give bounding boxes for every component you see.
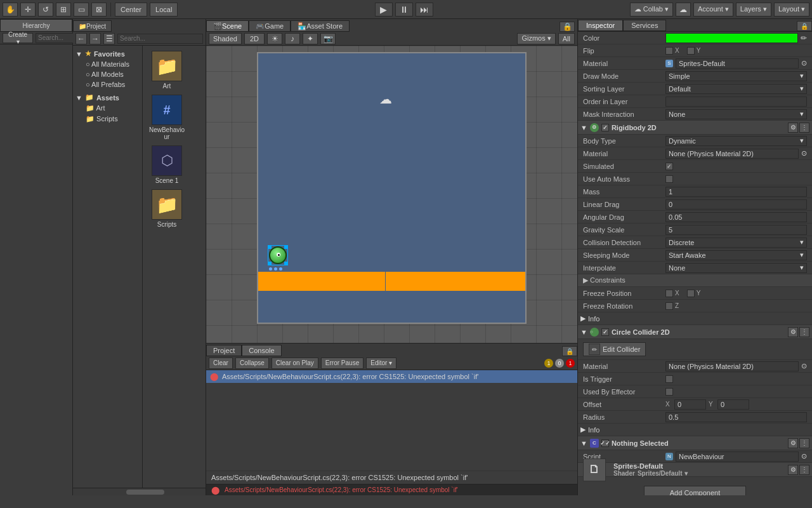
asset-forward-btn[interactable]: → [89, 33, 101, 44]
script-dropdown[interactable]: NewBehaviour [676, 451, 799, 462]
rb-material-dropdown[interactable]: None (Physics Material 2D) [665, 149, 799, 159]
scripts-item[interactable]: 📁 Scripts [75, 114, 140, 124]
editor-btn[interactable]: Editor ▾ [366, 358, 396, 369]
use-auto-mass-checkbox[interactable] [665, 175, 673, 183]
console-error-row[interactable]: ⬤ Assets/Scripts/NewBehaviourScript.cs(2… [206, 370, 577, 383]
edit-collider-btn[interactable]: ✏ Edit Collider [583, 342, 646, 356]
cc-material-dropdown[interactable]: None (Physics Material 2D) [665, 361, 799, 371]
is-trigger-checkbox[interactable] [665, 375, 673, 383]
cc-material-dot-btn[interactable]: ⊙ [801, 362, 807, 370]
game-tab[interactable]: 🎮 Game [249, 20, 291, 32]
services-tab[interactable]: Services [623, 20, 666, 31]
fx-btn[interactable]: ✦ [303, 33, 318, 44]
cc-menu-btn[interactable]: ⋮ [799, 327, 809, 337]
pause-btn[interactable]: ⏸ [395, 3, 413, 17]
flip-x-checkbox[interactable] [665, 47, 673, 55]
scale-tool-btn[interactable]: ⊞ [56, 3, 71, 17]
mass-field[interactable] [665, 187, 807, 197]
create-btn[interactable]: Create ▾ [3, 33, 33, 43]
audio-btn[interactable]: ♪ [285, 33, 300, 44]
interpolate-dropdown[interactable]: None ▾ [665, 263, 807, 273]
all-prefabs-item[interactable]: ○ All Prefabs [75, 79, 140, 90]
assets-header[interactable]: ▼ 📁 Assets [75, 92, 140, 103]
cc-settings-btn[interactable]: ⚙ [788, 327, 798, 337]
rigidbody-section-header[interactable]: ▼ ⚙ ✓ Rigidbody 2D ⚙ ⋮ [578, 121, 812, 135]
body-type-dropdown[interactable]: Dynamic ▾ [665, 136, 807, 146]
used-by-effector-checkbox[interactable] [665, 388, 673, 396]
scene-camera-btn[interactable]: 📷 [320, 33, 336, 44]
ns-settings-btn[interactable]: ⚙ [788, 438, 798, 448]
lighting-btn[interactable]: ☀ [267, 33, 282, 44]
rect-tool-btn[interactable]: ▭ [74, 3, 89, 17]
scene-lock-btn[interactable]: 🔒 [560, 22, 575, 32]
collab-btn[interactable]: ☁ Collab ▾ [630, 3, 673, 17]
rb-info-section[interactable]: ▶ Info [578, 312, 812, 325]
handle-tl[interactable] [268, 245, 272, 249]
inspector-lock-btn[interactable]: 🔒 [797, 21, 812, 31]
inspector-tab[interactable]: Inspector [578, 20, 623, 31]
shaded-btn[interactable]: Shaded [209, 33, 242, 44]
mask-interaction-dropdown[interactable]: None ▾ [665, 109, 807, 119]
rb-material-dot-btn[interactable]: ⊙ [801, 149, 807, 157]
console-lock-btn[interactable]: 🔒 [562, 346, 577, 356]
step-btn[interactable]: ⏭ [416, 3, 433, 17]
newbehaviour-asset[interactable]: # NewBehaviour [148, 95, 186, 140]
layers-btn[interactable]: Layers ▾ [736, 3, 771, 17]
local-btn[interactable]: Local [150, 3, 178, 17]
sleeping-mode-dropdown[interactable]: Start Awake ▾ [665, 250, 807, 260]
freeze-x-checkbox[interactable] [665, 290, 673, 297]
nothing-selected-header[interactable]: ▼ C ✓ Nothing Selected ⚙ ⋮ [578, 436, 812, 450]
simulated-checkbox[interactable] [665, 163, 673, 170]
cc-checkbox[interactable]: ✓ [601, 328, 609, 336]
asset-search[interactable] [117, 34, 203, 44]
handle-br[interactable] [284, 262, 288, 265]
rotate-tool-btn[interactable]: ↺ [38, 3, 53, 17]
scene-view[interactable]: ☁ [206, 46, 577, 343]
radius-field[interactable] [665, 412, 807, 422]
circle-collider-section-header[interactable]: ▼ ○ ✓ Circle Collider 2D ⚙ ⋮ [578, 325, 812, 339]
handle-bl[interactable] [268, 262, 272, 265]
gizmos-btn[interactable]: Gizmos ▾ [517, 33, 555, 44]
offset-x-field[interactable] [674, 399, 706, 410]
script-dot-btn[interactable]: ⊙ [801, 452, 807, 460]
constraints-row[interactable]: ▶ Constraints [578, 274, 812, 287]
account-btn[interactable]: Account ▾ [693, 3, 733, 17]
add-component-btn[interactable]: Add Component [644, 486, 747, 495]
draw-mode-dropdown[interactable]: Simple ▾ [665, 71, 807, 81]
all-materials-item[interactable]: ○ All Materials [75, 59, 140, 69]
scripts-asset[interactable]: 📁 Scripts [148, 189, 186, 228]
offset-y-field[interactable] [717, 399, 749, 410]
sorting-layer-dropdown[interactable]: Default ▾ [665, 84, 807, 94]
favorites-header[interactable]: ▼ ★ Favorites [75, 48, 140, 59]
all-btn[interactable]: All [558, 33, 575, 44]
all-models-item[interactable]: ○ All Models [75, 69, 140, 79]
console-tab[interactable]: Console [242, 345, 281, 356]
play-btn[interactable]: ▶ [375, 3, 393, 17]
clear-on-play-btn[interactable]: Clear on Play [272, 358, 318, 369]
asset-menu-btn[interactable]: ☰ [103, 33, 115, 44]
cloud-btn[interactable]: ☁ [676, 3, 691, 17]
ns-menu-btn[interactable]: ⋮ [799, 438, 809, 448]
handle-tr[interactable] [284, 245, 288, 249]
gravity-scale-field[interactable] [665, 225, 807, 235]
hand-tool-btn[interactable]: ✋ [3, 3, 18, 17]
sprites-settings-btn[interactable]: ⚙ [788, 465, 798, 475]
material-dot-btn[interactable]: ⊙ [801, 59, 807, 67]
project-tab[interactable]: 📁 Project [73, 20, 112, 32]
art-item[interactable]: 📁 Art [75, 103, 140, 114]
hierarchy-tab[interactable]: Hierarchy [0, 19, 72, 32]
rigidbody-settings-btn[interactable]: ⚙ [788, 123, 798, 133]
scene-tab[interactable]: 🎬 Scene [206, 20, 249, 32]
error-pause-btn[interactable]: Error Pause [321, 358, 363, 369]
sprites-menu-btn[interactable]: ⋮ [799, 465, 809, 475]
transform-tool-btn[interactable]: ⊠ [91, 3, 107, 17]
scene1-asset[interactable]: ⬡ Scene 1 [148, 145, 186, 184]
asset-scroll-thumb[interactable] [126, 490, 164, 495]
platform-1[interactable] [258, 272, 385, 291]
art-asset[interactable]: 📁 Art [148, 51, 186, 90]
platform-2[interactable] [386, 272, 525, 291]
rigidbody-menu-btn[interactable]: ⋮ [799, 123, 809, 133]
ns-checkbox[interactable]: ✓ [601, 439, 609, 447]
angular-drag-field[interactable] [665, 212, 807, 222]
center-btn[interactable]: Center [115, 3, 147, 17]
